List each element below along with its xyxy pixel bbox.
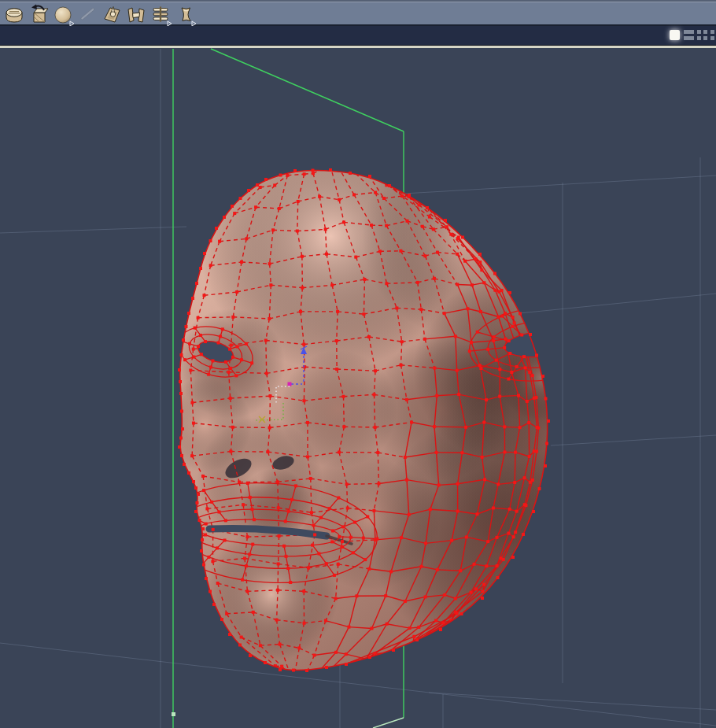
plate-normal-icon [101, 3, 123, 25]
application-window [0, 0, 716, 728]
main-toolbar [0, 0, 716, 26]
line-icon [76, 3, 98, 25]
tool-loop-stack-tool[interactable] [148, 2, 172, 25]
tool-line-tool[interactable] [75, 2, 99, 25]
layout-quad-button[interactable] [697, 30, 707, 40]
tool-import-box-tool[interactable] [26, 2, 50, 25]
tool-bridge-tool[interactable] [124, 2, 148, 25]
disc-stack-icon [3, 3, 25, 25]
3d-scene-canvas[interactable] [0, 48, 716, 728]
tool-sphere-primitive-tool[interactable] [50, 2, 75, 25]
tool-disc-stack-tool[interactable] [2, 2, 26, 25]
tool-normal-plate-tool[interactable] [99, 2, 124, 25]
viewport-header-bar [0, 26, 716, 46]
layout-quad-alt-button[interactable] [710, 30, 716, 40]
import-box-icon [28, 3, 50, 25]
bridge-icon [125, 3, 147, 25]
tool-bend-bone-tool[interactable] [172, 2, 197, 25]
viewport-3d[interactable] [0, 48, 716, 728]
layout-single-button[interactable] [670, 30, 680, 40]
layout-split-horizontal-button[interactable] [684, 30, 694, 40]
